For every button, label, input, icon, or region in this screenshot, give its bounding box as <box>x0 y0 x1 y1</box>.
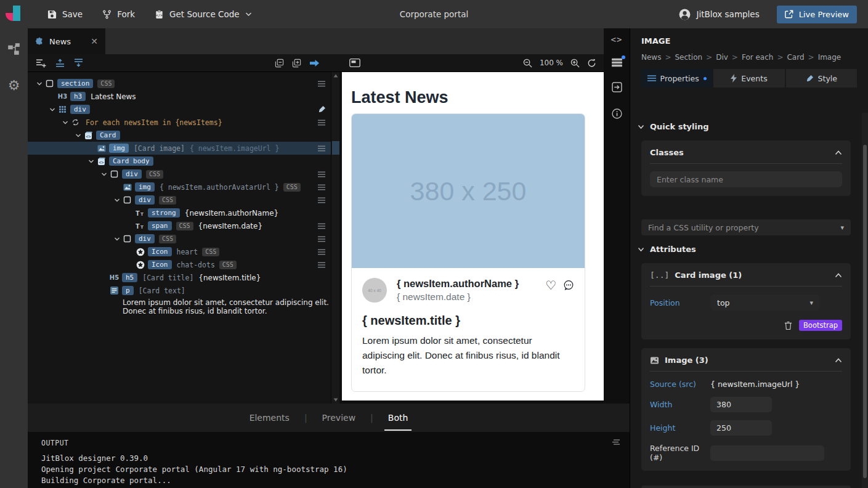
tab-news[interactable]: News ✕ <box>28 28 105 54</box>
account-menu[interactable]: JitBlox samples <box>679 9 759 20</box>
fork-button[interactable]: Fork <box>102 9 135 19</box>
quick-styling-header[interactable]: Quick styling <box>630 113 862 137</box>
refresh-icon[interactable] <box>587 59 596 68</box>
css-chip[interactable]: CSS <box>146 170 163 179</box>
tree-row[interactable]: divCSS <box>28 193 331 206</box>
row-menu-icon[interactable] <box>317 81 326 87</box>
breadcrumb-item[interactable]: Card <box>787 53 804 62</box>
reference-id-input[interactable] <box>710 445 824 461</box>
live-preview-button[interactable]: Live Preview <box>777 6 857 23</box>
position-select[interactable]: top ▾ <box>710 295 820 311</box>
height-label[interactable]: Height <box>650 423 710 433</box>
class-name-field[interactable] <box>650 171 842 187</box>
tab-style[interactable]: Style <box>786 69 857 87</box>
css-chip[interactable]: CSS <box>176 222 193 230</box>
element-badge[interactable]: span <box>148 221 172 230</box>
row-menu-icon[interactable] <box>317 249 326 255</box>
element-badge[interactable]: Card <box>96 131 120 140</box>
tree-row[interactable]: <>Card <box>28 129 331 142</box>
tree-row[interactable]: img[Card image]{ newsItem.imageUrl } <box>28 142 331 155</box>
row-menu-icon[interactable] <box>317 236 326 242</box>
chevron-down-icon[interactable] <box>99 172 109 177</box>
element-badge[interactable]: Icon <box>148 247 172 256</box>
zoom-out-icon[interactable] <box>523 59 532 68</box>
heart-icon[interactable]: ♡ <box>545 279 556 291</box>
css-chip[interactable]: CSS <box>283 183 301 192</box>
collapse-icon[interactable] <box>835 358 842 363</box>
inspector-scrollbar[interactable] <box>862 113 868 488</box>
css-chip[interactable]: CSS <box>159 235 176 243</box>
breadcrumb-item[interactable]: Image <box>818 53 842 62</box>
viewport-icon[interactable] <box>349 59 360 67</box>
width-input[interactable] <box>710 397 772 412</box>
scroll-down-icon[interactable] <box>333 398 338 402</box>
row-style-icon[interactable] <box>318 105 326 113</box>
chevron-down-icon[interactable] <box>34 81 44 86</box>
row-menu-icon[interactable] <box>317 171 326 177</box>
get-source-code-button[interactable]: </> Get Source Code <box>155 9 252 19</box>
chevron-down-icon[interactable] <box>73 133 83 138</box>
css-chip[interactable]: CSS <box>202 248 219 256</box>
row-menu-icon[interactable] <box>317 184 326 190</box>
element-badge[interactable]: div <box>135 195 155 205</box>
css-chip[interactable]: CSS <box>219 261 237 269</box>
chevron-down-icon[interactable] <box>47 107 57 112</box>
element-badge[interactable]: div <box>122 169 142 179</box>
trash-icon[interactable] <box>784 321 792 330</box>
tree-row[interactable]: img{ newsItem.authorAvatarUrl }CSS <box>28 181 331 193</box>
tab-elements[interactable]: Elements <box>248 410 291 425</box>
tab-properties[interactable]: Properties <box>641 69 712 87</box>
breadcrumb-item[interactable]: Div <box>716 53 728 62</box>
tree-row[interactable]: IconheartCSS <box>28 245 331 258</box>
tree-scrollbar[interactable] <box>331 72 339 404</box>
row-menu-icon[interactable] <box>317 197 326 203</box>
chevron-down-icon[interactable] <box>86 159 96 164</box>
chat-dots-icon[interactable] <box>563 280 574 291</box>
collapse-icon[interactable] <box>835 273 842 278</box>
info-button[interactable] <box>612 108 622 119</box>
add-attribute-select[interactable]: Type another attribute name ▾ <box>641 486 851 488</box>
row-menu-icon[interactable] <box>317 223 326 229</box>
source-value[interactable]: { newsItem.imageUrl } <box>710 380 800 389</box>
code-view-button[interactable]: <> <box>611 35 623 44</box>
tree-row[interactable]: divCSS <box>28 232 331 245</box>
export-panel-button[interactable] <box>612 82 622 92</box>
tree-row[interactable]: div <box>28 103 331 116</box>
tab-events[interactable]: Events <box>713 69 784 87</box>
breadcrumb-item[interactable]: News <box>641 53 661 62</box>
css-chip[interactable]: CSS <box>159 196 176 205</box>
tree-row[interactable]: <>Card body <box>28 155 331 168</box>
project-tree-nav-button[interactable] <box>7 38 20 59</box>
tree-row-text-preview[interactable]: Lorem ipsum dolor sit amet, consectetur … <box>28 297 331 318</box>
add-element-icon[interactable] <box>36 59 46 68</box>
save-button[interactable]: Save <box>47 9 83 19</box>
row-menu-icon[interactable] <box>317 262 326 268</box>
move-up-icon[interactable] <box>55 59 65 67</box>
element-badge[interactable]: h5 <box>122 273 137 282</box>
scrollbar-thumb[interactable] <box>863 145 867 478</box>
position-label[interactable]: Position <box>650 298 710 307</box>
chevron-down-icon[interactable] <box>60 120 70 125</box>
tree-row[interactable]: TTstrong{newsItem.authorName} <box>28 206 331 219</box>
tree-row[interactable]: sectionCSS <box>28 77 331 90</box>
expand-all-icon[interactable] <box>292 59 301 68</box>
attributes-header[interactable]: Attributes <box>630 235 862 259</box>
tree-row[interactable]: TTspanCSS{newsItem.date} <box>28 219 331 232</box>
jitblox-logo[interactable] <box>0 0 28 28</box>
css-chip[interactable]: CSS <box>97 79 115 88</box>
row-menu-icon[interactable] <box>317 120 326 126</box>
height-input[interactable] <box>710 420 772 436</box>
source-label[interactable]: Source (src) <box>650 380 710 389</box>
element-badge[interactable]: h3 <box>70 92 86 101</box>
zoom-in-icon[interactable] <box>570 59 580 68</box>
element-badge[interactable]: img <box>109 144 129 153</box>
element-badge[interactable]: p <box>122 286 134 295</box>
width-label[interactable]: Width <box>650 400 710 409</box>
move-down-icon[interactable] <box>74 59 83 67</box>
css-utility-select[interactable]: Find a CSS utility or property ▾ <box>641 219 851 235</box>
breadcrumb-item[interactable]: Section <box>675 53 703 62</box>
element-badge[interactable]: Card body <box>109 157 153 166</box>
tree-row[interactable]: divCSS <box>28 168 331 181</box>
chevron-down-icon[interactable] <box>112 237 122 242</box>
row-menu-icon[interactable] <box>317 145 326 152</box>
